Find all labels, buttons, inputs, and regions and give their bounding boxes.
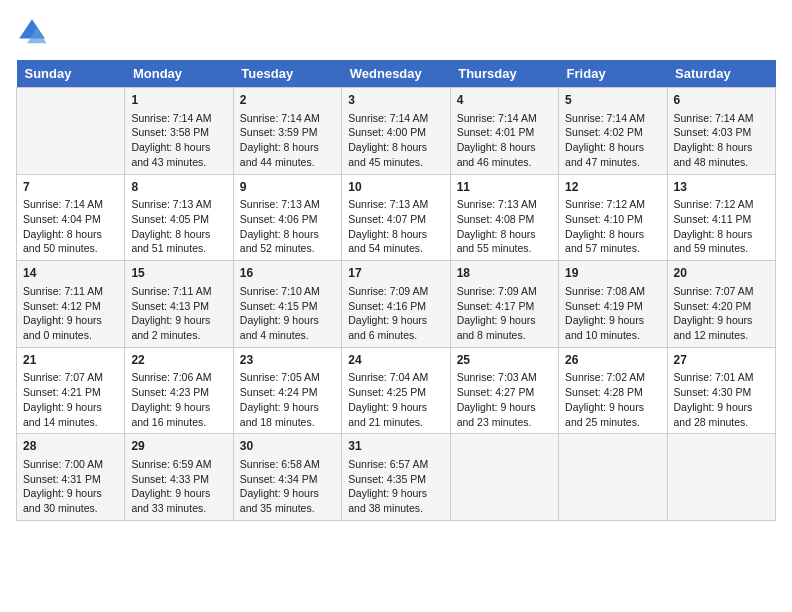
sunrise-text: Sunrise: 7:13 AM	[348, 197, 443, 212]
day-number: 30	[240, 438, 335, 455]
day-number: 29	[131, 438, 226, 455]
daylight-text: Daylight: 9 hours and 6 minutes.	[348, 313, 443, 342]
sunrise-text: Sunrise: 7:08 AM	[565, 284, 660, 299]
sunrise-text: Sunrise: 7:10 AM	[240, 284, 335, 299]
day-cell: 12Sunrise: 7:12 AMSunset: 4:10 PMDayligh…	[559, 174, 667, 261]
day-cell: 25Sunrise: 7:03 AMSunset: 4:27 PMDayligh…	[450, 347, 558, 434]
sunrise-text: Sunrise: 7:14 AM	[674, 111, 769, 126]
sunrise-text: Sunrise: 7:04 AM	[348, 370, 443, 385]
day-number: 1	[131, 92, 226, 109]
day-cell: 24Sunrise: 7:04 AMSunset: 4:25 PMDayligh…	[342, 347, 450, 434]
sunrise-text: Sunrise: 6:58 AM	[240, 457, 335, 472]
day-number: 8	[131, 179, 226, 196]
sunrise-text: Sunrise: 7:14 AM	[131, 111, 226, 126]
daylight-text: Daylight: 8 hours and 46 minutes.	[457, 140, 552, 169]
day-cell: 6Sunrise: 7:14 AMSunset: 4:03 PMDaylight…	[667, 88, 775, 175]
col-header-sunday: Sunday	[17, 60, 125, 88]
daylight-text: Daylight: 9 hours and 23 minutes.	[457, 400, 552, 429]
col-header-wednesday: Wednesday	[342, 60, 450, 88]
day-number: 12	[565, 179, 660, 196]
week-row-3: 14Sunrise: 7:11 AMSunset: 4:12 PMDayligh…	[17, 261, 776, 348]
day-number: 17	[348, 265, 443, 282]
logo	[16, 16, 52, 48]
sunrise-text: Sunrise: 7:05 AM	[240, 370, 335, 385]
sunrise-text: Sunrise: 7:14 AM	[23, 197, 118, 212]
sunset-text: Sunset: 4:01 PM	[457, 125, 552, 140]
sunset-text: Sunset: 4:31 PM	[23, 472, 118, 487]
sunrise-text: Sunrise: 7:13 AM	[131, 197, 226, 212]
day-cell: 2Sunrise: 7:14 AMSunset: 3:59 PMDaylight…	[233, 88, 341, 175]
sunset-text: Sunset: 4:24 PM	[240, 385, 335, 400]
sunrise-text: Sunrise: 7:14 AM	[240, 111, 335, 126]
sunset-text: Sunset: 4:27 PM	[457, 385, 552, 400]
day-number: 14	[23, 265, 118, 282]
daylight-text: Daylight: 8 hours and 52 minutes.	[240, 227, 335, 256]
day-number: 26	[565, 352, 660, 369]
day-cell	[17, 88, 125, 175]
day-cell: 26Sunrise: 7:02 AMSunset: 4:28 PMDayligh…	[559, 347, 667, 434]
col-header-monday: Monday	[125, 60, 233, 88]
day-number: 4	[457, 92, 552, 109]
sunrise-text: Sunrise: 7:09 AM	[457, 284, 552, 299]
sunset-text: Sunset: 4:20 PM	[674, 299, 769, 314]
sunrise-text: Sunrise: 7:03 AM	[457, 370, 552, 385]
day-number: 18	[457, 265, 552, 282]
sunrise-text: Sunrise: 7:13 AM	[240, 197, 335, 212]
col-header-tuesday: Tuesday	[233, 60, 341, 88]
sunset-text: Sunset: 4:06 PM	[240, 212, 335, 227]
daylight-text: Daylight: 9 hours and 18 minutes.	[240, 400, 335, 429]
day-cell: 9Sunrise: 7:13 AMSunset: 4:06 PMDaylight…	[233, 174, 341, 261]
day-cell: 28Sunrise: 7:00 AMSunset: 4:31 PMDayligh…	[17, 434, 125, 521]
sunrise-text: Sunrise: 7:11 AM	[131, 284, 226, 299]
sunrise-text: Sunrise: 7:06 AM	[131, 370, 226, 385]
sunset-text: Sunset: 4:23 PM	[131, 385, 226, 400]
daylight-text: Daylight: 8 hours and 45 minutes.	[348, 140, 443, 169]
day-number: 31	[348, 438, 443, 455]
day-number: 6	[674, 92, 769, 109]
sunrise-text: Sunrise: 7:09 AM	[348, 284, 443, 299]
day-cell: 10Sunrise: 7:13 AMSunset: 4:07 PMDayligh…	[342, 174, 450, 261]
col-header-friday: Friday	[559, 60, 667, 88]
sunset-text: Sunset: 4:02 PM	[565, 125, 660, 140]
day-cell: 30Sunrise: 6:58 AMSunset: 4:34 PMDayligh…	[233, 434, 341, 521]
daylight-text: Daylight: 8 hours and 55 minutes.	[457, 227, 552, 256]
week-row-2: 7Sunrise: 7:14 AMSunset: 4:04 PMDaylight…	[17, 174, 776, 261]
day-cell	[667, 434, 775, 521]
day-cell	[450, 434, 558, 521]
sunrise-text: Sunrise: 7:12 AM	[674, 197, 769, 212]
sunset-text: Sunset: 4:16 PM	[348, 299, 443, 314]
sunrise-text: Sunrise: 7:07 AM	[23, 370, 118, 385]
sunrise-text: Sunrise: 7:14 AM	[457, 111, 552, 126]
daylight-text: Daylight: 9 hours and 25 minutes.	[565, 400, 660, 429]
day-number: 15	[131, 265, 226, 282]
day-cell: 8Sunrise: 7:13 AMSunset: 4:05 PMDaylight…	[125, 174, 233, 261]
day-number: 20	[674, 265, 769, 282]
day-cell: 15Sunrise: 7:11 AMSunset: 4:13 PMDayligh…	[125, 261, 233, 348]
sunset-text: Sunset: 4:19 PM	[565, 299, 660, 314]
sunset-text: Sunset: 4:35 PM	[348, 472, 443, 487]
day-number: 23	[240, 352, 335, 369]
header-row: SundayMondayTuesdayWednesdayThursdayFrid…	[17, 60, 776, 88]
day-number: 28	[23, 438, 118, 455]
sunrise-text: Sunrise: 7:14 AM	[348, 111, 443, 126]
day-number: 24	[348, 352, 443, 369]
daylight-text: Daylight: 9 hours and 33 minutes.	[131, 486, 226, 515]
day-number: 22	[131, 352, 226, 369]
day-cell	[559, 434, 667, 521]
sunset-text: Sunset: 4:04 PM	[23, 212, 118, 227]
sunset-text: Sunset: 4:15 PM	[240, 299, 335, 314]
day-number: 13	[674, 179, 769, 196]
daylight-text: Daylight: 8 hours and 57 minutes.	[565, 227, 660, 256]
daylight-text: Daylight: 8 hours and 51 minutes.	[131, 227, 226, 256]
sunset-text: Sunset: 4:13 PM	[131, 299, 226, 314]
daylight-text: Daylight: 9 hours and 21 minutes.	[348, 400, 443, 429]
sunset-text: Sunset: 4:12 PM	[23, 299, 118, 314]
daylight-text: Daylight: 8 hours and 47 minutes.	[565, 140, 660, 169]
week-row-1: 1Sunrise: 7:14 AMSunset: 3:58 PMDaylight…	[17, 88, 776, 175]
sunset-text: Sunset: 4:21 PM	[23, 385, 118, 400]
day-number: 2	[240, 92, 335, 109]
day-cell: 27Sunrise: 7:01 AMSunset: 4:30 PMDayligh…	[667, 347, 775, 434]
day-cell: 22Sunrise: 7:06 AMSunset: 4:23 PMDayligh…	[125, 347, 233, 434]
daylight-text: Daylight: 9 hours and 35 minutes.	[240, 486, 335, 515]
day-number: 3	[348, 92, 443, 109]
